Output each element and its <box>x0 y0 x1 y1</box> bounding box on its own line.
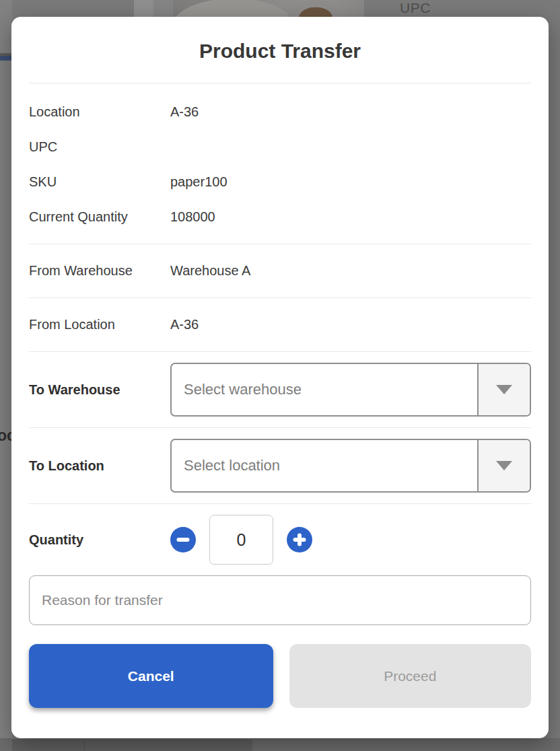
modal-actions: Cancel Proceed <box>29 644 531 708</box>
divider <box>29 427 531 428</box>
from-warehouse-label: From Warehouse <box>29 263 170 279</box>
location-value: A-36 <box>170 104 199 120</box>
quantity-value-field[interactable]: 0 <box>209 515 273 565</box>
info-row-sku: SKU paper100 <box>29 164 531 199</box>
to-warehouse-placeholder: Select warehouse <box>172 364 477 415</box>
chevron-down-icon <box>496 461 512 470</box>
to-warehouse-dropdown-button[interactable] <box>477 364 530 415</box>
from-warehouse-row: From Warehouse Warehouse A <box>29 244 531 297</box>
info-row-location: Location A-36 <box>29 94 531 129</box>
current-quantity-value: 108000 <box>170 209 215 225</box>
to-warehouse-label: To Warehouse <box>29 382 170 398</box>
quantity-row: Quantity 0 <box>29 515 531 565</box>
to-warehouse-select[interactable]: Select warehouse <box>170 363 531 417</box>
info-row-upc: UPC <box>29 129 531 164</box>
to-location-dropdown-button[interactable] <box>477 440 530 491</box>
quantity-increment-button[interactable] <box>287 527 312 552</box>
to-location-row: To Location Select location <box>29 439 531 493</box>
current-quantity-label: Current Quantity <box>29 209 170 225</box>
backdrop-table-cell-fragment <box>12 738 252 751</box>
location-label: Location <box>29 104 170 120</box>
from-location-label: From Location <box>29 317 170 332</box>
to-location-label: To Location <box>29 458 170 474</box>
backdrop-column-band <box>134 0 153 17</box>
divider <box>29 503 531 504</box>
sku-label: SKU <box>29 174 170 190</box>
from-location-row: From Location A-36 <box>29 298 531 351</box>
chevron-down-icon <box>496 385 512 394</box>
reason-input[interactable] <box>29 575 531 625</box>
to-location-select[interactable]: Select location <box>170 439 531 493</box>
cancel-button[interactable]: Cancel <box>29 644 273 708</box>
to-location-placeholder: Select location <box>172 440 477 491</box>
minus-icon <box>170 527 196 552</box>
upc-label: UPC <box>29 139 170 155</box>
sku-value: paper100 <box>170 174 228 190</box>
divider <box>29 351 531 352</box>
from-warehouse-value: Warehouse A <box>170 263 250 279</box>
backdrop-left-strip <box>0 0 12 751</box>
plus-icon <box>287 527 312 552</box>
backdrop-tab-indicator-fragment <box>0 56 12 61</box>
quantity-label: Quantity <box>29 532 170 548</box>
info-row-current-quantity: Current Quantity 108000 <box>29 199 531 234</box>
backdrop-table-gridline <box>84 739 85 751</box>
from-location-value: A-36 <box>170 317 199 332</box>
to-warehouse-row: To Warehouse Select warehouse <box>29 363 531 417</box>
quantity-decrement-button[interactable] <box>170 527 196 552</box>
modal-title: Product Transfer <box>29 38 531 64</box>
backdrop-column-band <box>153 0 173 17</box>
proceed-button[interactable]: Proceed <box>289 644 532 708</box>
product-image-fragment <box>173 0 364 17</box>
divider <box>29 83 531 83</box>
backdrop-clipped-text: oc <box>0 424 12 447</box>
backdrop-upc-label: UPC <box>400 0 431 16</box>
product-transfer-modal: Product Transfer Location A-36 UPC SKU p… <box>11 17 549 738</box>
